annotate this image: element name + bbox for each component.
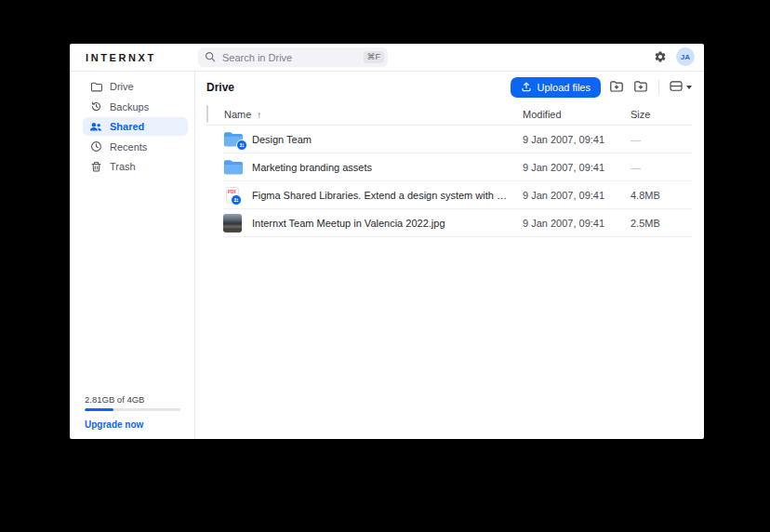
folder-icon	[223, 131, 244, 148]
create-folder-button[interactable]	[608, 79, 625, 96]
column-header-modified[interactable]: Modified	[523, 109, 631, 120]
file-size: —	[631, 134, 692, 145]
image-thumbnail	[223, 214, 242, 233]
shared-people-icon	[89, 120, 102, 133]
file-table: Name↑ Modified Size Design Team 9 Jan 20…	[195, 103, 704, 439]
table-header: Name↑ Modified Size	[206, 103, 692, 126]
search-input[interactable]	[220, 51, 364, 64]
chevron-down-icon	[686, 86, 692, 89]
file-type-icon	[223, 214, 252, 233]
toolbar-divider	[658, 80, 659, 95]
view-mode-selector[interactable]	[669, 79, 692, 96]
top-bar: INTERNXT ⌘F JA	[70, 44, 704, 72]
file-modified-date: 9 Jan 2007, 09:41	[523, 218, 631, 229]
main-content: Drive Upload files	[195, 72, 704, 439]
internxt-logo: INTERNXT	[86, 52, 156, 63]
folder-icon	[89, 80, 102, 93]
sidebar: Drive Backups	[70, 72, 195, 439]
column-header-name[interactable]: Name↑	[224, 109, 523, 120]
sidebar-item-backups[interactable]: Backups	[83, 98, 188, 116]
shared-badge-icon	[236, 140, 247, 151]
file-name: Marketing branding assets	[252, 162, 523, 173]
folder-icon	[223, 159, 244, 176]
search-bar[interactable]: ⌘F	[198, 47, 388, 67]
file-size: 4.8MB	[631, 190, 692, 201]
list-view-icon	[669, 79, 684, 96]
file-type-icon: PDF	[223, 187, 252, 204]
storage-progress-fill	[85, 408, 113, 411]
sidebar-item-recents[interactable]: Recents	[83, 138, 188, 156]
storage-widget: 2.81GB of 4GB Upgrade now	[85, 394, 180, 430]
sidebar-item-label: Shared	[110, 121, 144, 132]
sidebar-item-trash[interactable]: Trash	[83, 157, 188, 176]
storage-usage-label: 2.81GB of 4GB	[85, 394, 180, 405]
sidebar-item-label: Recents	[110, 141, 147, 153]
trash-icon	[89, 160, 102, 173]
shared-badge-icon	[231, 194, 242, 206]
sidebar-item-shared[interactable]: Shared	[83, 117, 188, 136]
table-row[interactable]: Marketing branding assets 9 Jan 2007, 09…	[223, 153, 692, 181]
breadcrumb[interactable]: Drive	[206, 81, 234, 94]
pdf-label: PDF	[228, 190, 236, 194]
settings-gear-icon[interactable]	[654, 50, 667, 63]
file-type-icon	[223, 131, 252, 148]
column-header-size[interactable]: Size	[631, 109, 692, 120]
storage-progress-bar	[85, 408, 180, 411]
search-icon	[205, 49, 216, 66]
upgrade-now-link[interactable]: Upgrade now	[85, 419, 180, 430]
upload-files-label: Upload files	[538, 82, 591, 93]
file-type-icon	[223, 159, 252, 176]
upload-folder-button[interactable]	[632, 79, 649, 96]
file-name: Figma Shared Libraries. Extend a design …	[252, 190, 523, 201]
folder-plus-icon	[609, 79, 624, 97]
table-row[interactable]: Design Team 9 Jan 2007, 09:41 —	[223, 126, 692, 153]
search-shortcut-badge: ⌘F	[364, 51, 385, 63]
toolbar: Upload files	[511, 77, 692, 98]
sidebar-item-label: Trash	[110, 161, 136, 172]
backups-icon	[89, 100, 102, 113]
file-name: Design Team	[252, 134, 523, 145]
upload-icon	[521, 81, 532, 94]
sidebar-item-label: Drive	[110, 81, 134, 92]
recents-clock-icon	[89, 140, 102, 153]
user-avatar[interactable]: JA	[676, 47, 695, 66]
select-all-checkbox[interactable]	[206, 105, 208, 123]
file-modified-date: 9 Jan 2007, 09:41	[523, 190, 631, 201]
app-window: INTERNXT ⌘F JA	[70, 44, 704, 439]
pdf-file-icon: PDF	[226, 187, 239, 204]
folder-plus-icon	[633, 79, 648, 97]
page-bar: Drive Upload files	[195, 72, 704, 103]
upload-files-button[interactable]: Upload files	[511, 77, 601, 98]
table-body: Design Team 9 Jan 2007, 09:41 — Marketin…	[223, 126, 692, 237]
sidebar-item-drive[interactable]: Drive	[83, 77, 188, 96]
table-row[interactable]: Internxt Team Meetup in Valencia 2022.jp…	[223, 209, 692, 237]
sidebar-item-label: Backups	[110, 101, 149, 113]
file-name: Internxt Team Meetup in Valencia 2022.jp…	[252, 218, 523, 229]
file-modified-date: 9 Jan 2007, 09:41	[523, 134, 631, 145]
file-size: 2.5MB	[631, 218, 692, 229]
table-row[interactable]: PDF Figma Shared Libraries. Extend a des…	[223, 181, 692, 209]
sort-ascending-icon: ↑	[257, 110, 261, 120]
file-size: —	[631, 162, 692, 173]
file-modified-date: 9 Jan 2007, 09:41	[523, 162, 631, 173]
